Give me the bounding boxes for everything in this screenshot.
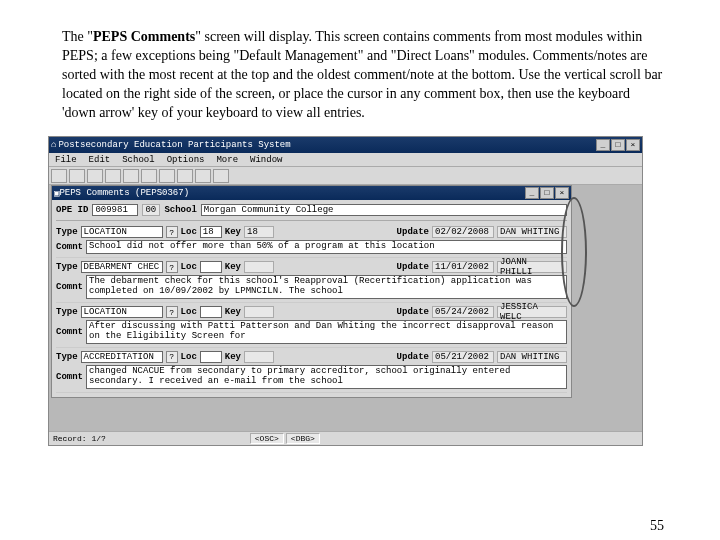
opeid-field[interactable]: 009981: [92, 204, 138, 216]
loc-label: Loc: [181, 307, 197, 317]
record-indicator: Record: 1/?: [53, 434, 106, 443]
outer-titlebar: ⌂ Postsecondary Education Participants S…: [49, 137, 642, 153]
menu-edit[interactable]: Edit: [89, 155, 111, 165]
type-help-button[interactable]: ?: [166, 261, 178, 273]
screenshot-frame: ⌂ Postsecondary Education Participants S…: [48, 136, 643, 446]
update-date-field: 02/02/2008: [432, 226, 494, 238]
update-user-field: JESSICA WELC: [497, 306, 567, 318]
type-label: Type: [56, 307, 78, 317]
toolbar-btn-6[interactable]: [141, 169, 157, 183]
opeid-suffix: 00: [142, 204, 160, 216]
loc-label: Loc: [181, 227, 197, 237]
loc-field[interactable]: 18: [200, 226, 222, 238]
update-label: Update: [397, 307, 429, 317]
inner-titlebar: ▣ PEPS Comments (PEPS0367) _ □ ×: [52, 186, 571, 200]
toolbar-btn-7[interactable]: [159, 169, 175, 183]
toolbar-btn-2[interactable]: [69, 169, 85, 183]
key-field: [244, 351, 274, 363]
inner-window-title: PEPS Comments (PEPS0367): [59, 188, 524, 198]
comment-field[interactable]: After discussing with Patti Patterson an…: [86, 320, 567, 344]
update-label: Update: [397, 227, 429, 237]
comment-label: Comnt: [56, 372, 83, 382]
key-field: [244, 261, 274, 273]
inner-minimize-button[interactable]: _: [525, 187, 539, 199]
key-field: [244, 306, 274, 318]
toolbar-btn-4[interactable]: [105, 169, 121, 183]
toolbar-btn-9[interactable]: [195, 169, 211, 183]
status-box-2: <DBG>: [286, 433, 320, 444]
type-label: Type: [56, 352, 78, 362]
intro-paragraph: The "PEPS Comments" screen will display.…: [0, 0, 720, 128]
comment-entry: Type LOCATION ? Loc 18 Key 18 Update 02/…: [56, 223, 567, 258]
type-label: Type: [56, 227, 78, 237]
menu-school[interactable]: School: [122, 155, 154, 165]
outer-window-title: Postsecondary Education Participants Sys…: [56, 140, 595, 150]
update-date-field: 11/01/2002: [432, 261, 494, 273]
minimize-button[interactable]: _: [596, 139, 610, 151]
school-field[interactable]: Morgan Community College: [201, 204, 567, 216]
header-row: OPE ID 009981 00 School Morgan Community…: [56, 202, 567, 221]
key-label: Key: [225, 227, 241, 237]
key-label: Key: [225, 352, 241, 362]
update-label: Update: [397, 352, 429, 362]
update-user-field: JOANN PHILLI: [497, 261, 567, 273]
inner-close-button[interactable]: ×: [555, 187, 569, 199]
status-box-1: <OSC>: [250, 433, 284, 444]
comment-label: Comnt: [56, 242, 83, 252]
type-label: Type: [56, 262, 78, 272]
intro-text-a: The ": [62, 29, 93, 44]
toolbar-btn-3[interactable]: [87, 169, 103, 183]
type-field[interactable]: LOCATION: [81, 306, 163, 318]
comment-label: Comnt: [56, 327, 83, 337]
menubar: File Edit School Options More Window: [49, 153, 642, 167]
inner-maximize-button[interactable]: □: [540, 187, 554, 199]
toolbar-btn-8[interactable]: [177, 169, 193, 183]
comment-label: Comnt: [56, 282, 83, 292]
loc-field[interactable]: [200, 261, 222, 273]
comment-field[interactable]: changed NCACUE from secondary to primary…: [86, 365, 567, 389]
menu-options[interactable]: Options: [167, 155, 205, 165]
intro-bold: PEPS Comments: [93, 29, 195, 44]
maximize-button[interactable]: □: [611, 139, 625, 151]
inner-window: ▣ PEPS Comments (PEPS0367) _ □ × OPE ID …: [51, 185, 572, 397]
update-label: Update: [397, 262, 429, 272]
update-date-field: 05/24/2002: [432, 306, 494, 318]
loc-label: Loc: [181, 262, 197, 272]
opeid-label: OPE ID: [56, 205, 88, 215]
close-button[interactable]: ×: [626, 139, 640, 151]
inner-body: OPE ID 009981 00 School Morgan Community…: [52, 200, 571, 396]
type-field[interactable]: ACCREDITATION: [81, 351, 163, 363]
update-date-field: 05/21/2002: [432, 351, 494, 363]
type-help-button[interactable]: ?: [166, 226, 178, 238]
comment-field[interactable]: The debarment check for this school's Re…: [86, 275, 567, 299]
update-user-field: DAN WHITING: [497, 351, 567, 363]
toolbar: [49, 167, 642, 185]
page-number: 55: [650, 518, 664, 534]
comment-entry: Type ACCREDITATION ? Loc Key Update 05/2…: [56, 348, 567, 393]
key-label: Key: [225, 307, 241, 317]
menu-file[interactable]: File: [55, 155, 77, 165]
key-field: 18: [244, 226, 274, 238]
school-label: School: [164, 205, 196, 215]
key-label: Key: [225, 262, 241, 272]
type-field[interactable]: DEBARMENT CHEC: [81, 261, 163, 273]
loc-field[interactable]: [200, 306, 222, 318]
toolbar-btn-5[interactable]: [123, 169, 139, 183]
comment-entry: Type LOCATION ? Loc Key Update 05/24/200…: [56, 303, 567, 348]
toolbar-btn-10[interactable]: [213, 169, 229, 183]
type-field[interactable]: LOCATION: [81, 226, 163, 238]
menu-window[interactable]: Window: [250, 155, 282, 165]
menu-more[interactable]: More: [216, 155, 238, 165]
update-user-field: DAN WHITING: [497, 226, 567, 238]
type-help-button[interactable]: ?: [166, 351, 178, 363]
toolbar-btn-1[interactable]: [51, 169, 67, 183]
loc-field[interactable]: [200, 351, 222, 363]
type-help-button[interactable]: ?: [166, 306, 178, 318]
comment-field[interactable]: School did not offer more than 50% of a …: [86, 240, 567, 254]
status-bar: Record: 1/? <OSC> <DBG>: [49, 431, 642, 445]
comment-entry: Type DEBARMENT CHEC ? Loc Key Update 11/…: [56, 258, 567, 303]
loc-label: Loc: [181, 352, 197, 362]
